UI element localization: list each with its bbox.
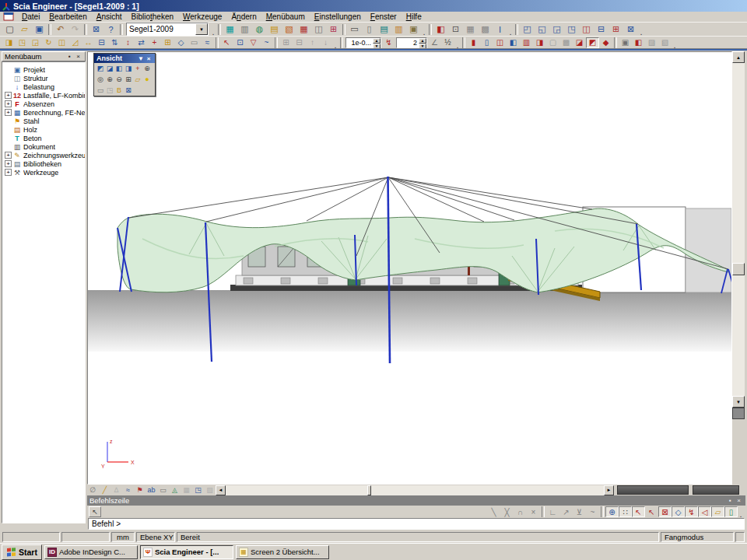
scroll-up-icon[interactable]: ▲	[732, 51, 745, 63]
snap-midpoint-icon[interactable]: ⊻	[573, 506, 586, 517]
toolbar-overflow-dot[interactable]: .	[332, 37, 338, 49]
text-cursor-icon[interactable]: I	[493, 23, 507, 36]
layers-icon[interactable]: ▥	[237, 23, 252, 36]
menu-fenster[interactable]: Fenster	[366, 12, 402, 22]
document-menu-icon[interactable]	[3, 12, 15, 21]
expand-icon[interactable]: +	[5, 109, 12, 116]
polyline-edit-icon[interactable]: ◇	[174, 37, 188, 48]
mesh-icon[interactable]: ▦	[463, 23, 478, 36]
project-manager-icon[interactable]: ▦	[223, 23, 237, 36]
scrollbar-thumb[interactable]	[367, 485, 371, 495]
expand-icon[interactable]: +	[5, 169, 12, 176]
menu-bearbeiten[interactable]: Bearbeiten	[44, 12, 91, 22]
tree-item-dokument[interactable]: ▥ Dokument	[2, 142, 85, 151]
expand-icon[interactable]	[5, 66, 12, 73]
precision-icon[interactable]: ↯	[382, 37, 395, 48]
stretch-icon[interactable]: ↔	[82, 37, 95, 48]
menu-werkzeuge[interactable]: Werkzeuge	[178, 12, 226, 22]
scroll-right-icon[interactable]: ►	[604, 485, 614, 495]
snap-folder-icon[interactable]: ▱	[711, 506, 724, 517]
window-arrange-icon[interactable]: ◳	[564, 23, 579, 36]
view-walk-icon[interactable]: +	[133, 64, 142, 73]
tree-item-beton[interactable]: T Beton	[2, 134, 85, 142]
menu-menuebaum[interactable]: Menübaum	[261, 12, 310, 22]
expand-icon[interactable]: +	[5, 92, 12, 99]
toolbar-overflow-dot[interactable]: .	[421, 23, 427, 36]
clipboard-icon[interactable]: B	[114, 86, 124, 95]
paper-layout-icon[interactable]: ▥	[391, 23, 406, 36]
intersect-icon[interactable]: +	[148, 37, 161, 48]
scale-icon[interactable]: ◿	[68, 37, 82, 48]
results-graph-icon[interactable]: ≈	[122, 485, 134, 495]
expand-icon[interactable]: +	[5, 152, 12, 159]
rib-icon[interactable]: ▥	[520, 37, 533, 48]
zoom-in-icon[interactable]: ⊕	[105, 75, 114, 84]
catalog-icon[interactable]: ◫	[311, 23, 326, 36]
spinner-up-icon[interactable]: ▲	[419, 38, 426, 44]
render-light-icon[interactable]: ●	[142, 75, 152, 84]
task-indesign[interactable]: ID Adobe InDesign C...	[44, 545, 138, 559]
calculation-icon[interactable]: ◧	[433, 23, 448, 36]
tree-item-werkzeuge[interactable]: + ⚒ Werkzeuge	[2, 168, 85, 177]
load-panel-icon[interactable]: ◩	[586, 37, 599, 48]
dimension-icon[interactable]: ∆	[110, 485, 122, 495]
expand-icon[interactable]: +	[5, 160, 12, 167]
expand-icon[interactable]	[5, 83, 12, 90]
snap-grid-icon[interactable]: ∷	[619, 506, 632, 517]
zoom-selection-icon[interactable]: ⊕	[142, 64, 152, 73]
dock-handle[interactable]	[617, 485, 689, 495]
hatch-style2-icon[interactable]: ▧	[658, 37, 672, 48]
command-line-header[interactable]: Befehlszeile ▪ ×	[87, 495, 745, 506]
export-calc-icon[interactable]: ◧	[632, 37, 645, 48]
trim-icon[interactable]: ⊟	[95, 37, 108, 48]
select-polygon-icon[interactable]: ▽	[247, 37, 260, 48]
toolbar-overflow-dot[interactable]: .	[507, 23, 514, 36]
snap-tangent-icon[interactable]: ~	[586, 506, 599, 517]
status-unit[interactable]: mm	[111, 532, 135, 542]
break-icon[interactable]: ↕	[121, 37, 135, 48]
expand-icon[interactable]	[5, 135, 12, 142]
select-window-icon[interactable]: ⊡	[233, 37, 247, 48]
menu-tree-header[interactable]: Menübaum ▪ ×	[2, 51, 86, 61]
window-full-icon[interactable]: ⊞	[608, 23, 623, 36]
join-icon[interactable]: ⇄	[135, 37, 148, 48]
view-z-icon[interactable]: ◧	[114, 64, 124, 73]
status-snap-mode[interactable]: Fangmodus	[661, 532, 734, 542]
expand-icon[interactable]: +	[5, 100, 12, 107]
menu-bibliotheken[interactable]: Bibliotheken	[127, 12, 179, 22]
load-doc-icon[interactable]: ▤	[267, 23, 282, 36]
scrollbar-thumb[interactable]	[732, 263, 745, 275]
copy-properties-icon[interactable]: ⊞	[279, 37, 293, 48]
menu-datei[interactable]: Datei	[17, 12, 44, 22]
save-view-icon[interactable]: ▣	[619, 37, 632, 48]
model-viewport[interactable]: z X Y	[87, 51, 732, 485]
spinner-up-icon[interactable]: ▲	[373, 38, 381, 44]
tree-item-belastung[interactable]: ↓ Belastung	[2, 82, 85, 91]
redo-icon[interactable]: ↷	[68, 23, 82, 36]
move-icon[interactable]: ◨	[2, 37, 16, 48]
view-folder-icon[interactable]: ▱	[133, 75, 142, 84]
snap-polygon-icon[interactable]: ◇	[672, 506, 685, 517]
chevron-down-icon[interactable]: ▼	[137, 55, 145, 62]
help-icon[interactable]: ?	[103, 23, 118, 36]
zoom-out-icon[interactable]: ⊖	[114, 75, 124, 84]
curve-edit-icon[interactable]: ≈	[201, 37, 214, 48]
mirror-icon[interactable]: ◫	[55, 37, 68, 48]
status-plane[interactable]: Ebene XY	[136, 532, 175, 542]
project-combobox[interactable]: Segel1-2009 ▼	[126, 23, 209, 36]
pen-icon[interactable]: ╱	[99, 485, 110, 495]
snap-arc-center-icon[interactable]: ↯	[685, 506, 698, 517]
chevron-down-icon[interactable]: ▼	[195, 23, 208, 35]
select-single-icon[interactable]: ↖	[220, 37, 233, 48]
save-icon[interactable]: ▣	[32, 23, 47, 36]
array-icon[interactable]: ⊞	[161, 37, 174, 48]
member-2d-icon[interactable]: ▯	[480, 37, 493, 48]
snap-cross-icon[interactable]: ╳	[500, 506, 514, 517]
tree-item-stahl[interactable]: ⚑ Stahl	[2, 117, 85, 125]
expand-icon[interactable]	[5, 126, 12, 133]
material-box-icon[interactable]: ▧	[282, 23, 296, 36]
tree-item-berechnung[interactable]: + ▦ Berechnung, FE-Netz	[2, 108, 85, 117]
label-icon[interactable]: ab	[146, 485, 157, 495]
view-palette[interactable]: Ansicht ▼ × ◩◪◧◨+⊕ ◎⊕⊖⊞▱● ▭◳B⊠	[93, 53, 156, 96]
structure-model[interactable]: z X Y	[88, 52, 731, 484]
